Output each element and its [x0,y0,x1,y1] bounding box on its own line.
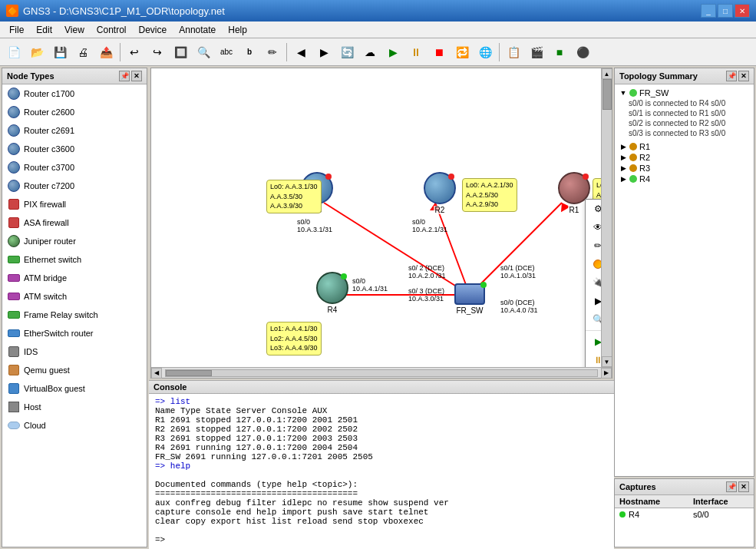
node-item-ids[interactable]: IDS [2,342,147,361]
node-item-virtualbox-guest[interactable]: VirtualBox guest [2,379,147,398]
cloud-button[interactable]: ☁ [359,41,381,63]
ctx-suspend[interactable]: ⏸Suspend [586,351,601,367]
menu-control[interactable]: Control [91,23,133,37]
b-button[interactable]: b [239,41,260,63]
menu-edit[interactable]: Edit [30,23,58,37]
tree-r3[interactable]: ▶ R3 [618,163,751,174]
r4-arrow[interactable]: ▶ [619,175,627,183]
node-item-cloud[interactable]: Cloud [2,416,147,435]
menu-device[interactable]: Device [133,23,173,37]
scroll-down-button[interactable]: ▼ [602,356,612,367]
r1-arrow[interactable]: ▶ [619,143,627,150]
console-line: R4 2691 running 127.0.0.1:7200 2004 2504 [155,443,608,452]
console-content[interactable]: => listName Type State Server Console AU… [149,394,614,549]
maximize-button[interactable]: □ [718,4,733,18]
config-button[interactable]: 📋 [503,41,524,63]
capture2-button[interactable]: 🎬 [526,41,547,63]
vertical-scrollbar[interactable]: ▲ ▼ [601,68,612,367]
minimize-button[interactable]: _ [701,4,716,18]
scroll-thumb[interactable] [602,79,612,110]
ctx-console[interactable]: ▶Console [586,292,601,310]
tree-r1[interactable]: ▶ R1 [618,141,751,152]
menu-help[interactable]: Help [222,23,253,37]
h-scroll-thumb[interactable] [166,370,212,376]
redo-button[interactable]: ↪ [147,41,168,63]
forward-button[interactable]: ▶ [313,41,335,63]
node-item-asa-firewall[interactable]: ASA firewall [2,213,147,232]
new-button[interactable]: 📄 [3,41,25,63]
captures-close[interactable]: ✕ [738,481,749,492]
ctx-configure[interactable]: ⚙Configure [586,200,601,218]
node-item-atm-bridge[interactable]: ATM bridge [2,269,147,287]
window-controls[interactable]: _ □ ✕ [701,4,750,18]
node-item-atm-switch[interactable]: ATM switch [2,287,147,306]
r3-arrow[interactable]: ▶ [619,164,627,172]
node-item-router-c3700[interactable]: Router c3700 [2,158,147,177]
ctx-change-console-port[interactable]: 🔌Change console port [586,273,601,292]
scroll-left-button[interactable]: ◀ [151,368,162,379]
node-item-host[interactable]: Host [2,398,147,416]
ctx-change-symbol[interactable]: Change Symbol [586,255,601,273]
back-button[interactable]: ◀ [290,41,312,63]
green-square[interactable]: ■ [549,41,570,63]
abc-button[interactable]: abc [216,41,237,63]
save-button[interactable]: 💾 [49,41,71,63]
play-button[interactable]: ▶ [382,41,404,63]
print-button[interactable]: 🖨 [72,41,94,63]
scroll-right-button[interactable]: ▶ [601,368,612,379]
node-item-router-c3600[interactable]: Router c3600 [2,140,147,158]
black-circle[interactable]: ⚫ [572,41,593,63]
draw-button[interactable]: ✏ [262,41,283,63]
node-button[interactable]: 🔲 [170,41,191,63]
tree-r2[interactable]: ▶ R2 [618,152,751,163]
zoom-button[interactable]: 🔍 [193,41,214,63]
menu-file[interactable]: File [3,23,30,37]
ctx-start[interactable]: ▶Start [586,332,601,351]
node-item-etherswitch-router[interactable]: EtherSwitch router [2,324,147,342]
node-item-router-c1700[interactable]: Router c1700 [2,84,147,103]
node-item-juniper-router[interactable]: Juniper router [2,232,147,250]
node-item-qemu-guest[interactable]: Qemu guest [2,361,147,379]
node-panel-close[interactable]: ✕ [131,71,142,81]
node-item-router-c7200[interactable]: Router c7200 [2,177,147,195]
ctx-suspend-icon: ⏸ [592,354,601,366]
reload-all-button[interactable]: 🔁 [451,41,473,63]
ctx-show-hide-the-hostname[interactable]: 👁Show/Hide the hostname [586,218,601,236]
captures-pin[interactable]: 📌 [726,481,737,492]
menu-view[interactable]: View [58,23,91,37]
node-label-2: Router c2691 [24,126,74,135]
node-r2[interactable]: R2 [424,172,456,214]
topology-close[interactable]: ✕ [738,71,749,81]
horizontal-scrollbar[interactable]: ◀ ▶ [151,367,612,378]
capture-row-1[interactable]: R4 s0/0 [615,508,754,521]
open-button[interactable]: 📂 [26,41,48,63]
tree-r4[interactable]: ▶ R4 [618,174,751,184]
node-panel-pin[interactable]: 📌 [119,71,130,81]
node-item-ethernet-switch[interactable]: Ethernet switch [2,250,147,269]
menu-annotate[interactable]: Annotate [173,23,222,37]
close-button[interactable]: ✕ [735,4,750,18]
3d-button[interactable]: 🌐 [474,41,496,63]
h-scroll-track[interactable] [165,369,598,377]
ctx-change-the-hostname[interactable]: ✏Change the hostname [586,236,601,255]
undo-button[interactable]: ↩ [124,41,145,63]
tree-root-arrow[interactable]: ▼ [619,89,627,97]
node-item-frame-relay-switch[interactable]: Frame Relay switch [2,306,147,324]
node-fr-sw[interactable]: FR_SW [454,283,485,315]
node-item-router-c2600[interactable]: Router c2600 [2,103,147,121]
node-icon-1 [7,105,21,119]
export-button[interactable]: 📤 [95,41,117,63]
tree-root[interactable]: ▼ FR_SW [618,88,751,98]
node-item-router-c2691[interactable]: Router c2691 [2,121,147,140]
scroll-up-button[interactable]: ▲ [602,68,612,79]
scroll-track[interactable] [602,79,612,356]
node-item-pix-firewall[interactable]: PIX firewall [2,195,147,213]
loop-button[interactable]: 🔄 [336,41,358,63]
stop-button[interactable]: ⏹ [428,41,450,63]
pause-button[interactable]: ⏸ [405,41,427,63]
node-r4[interactable]: R4 [316,272,348,314]
r4-ip-box: Lo1: A.A.4.1/30Lo2: A.A.4.5/30Lo3: A.A.4… [266,322,322,356]
r2-arrow[interactable]: ▶ [619,154,627,161]
topology-pin[interactable]: 📌 [726,71,737,81]
ctx-capture[interactable]: 🔍Capture [586,310,601,329]
